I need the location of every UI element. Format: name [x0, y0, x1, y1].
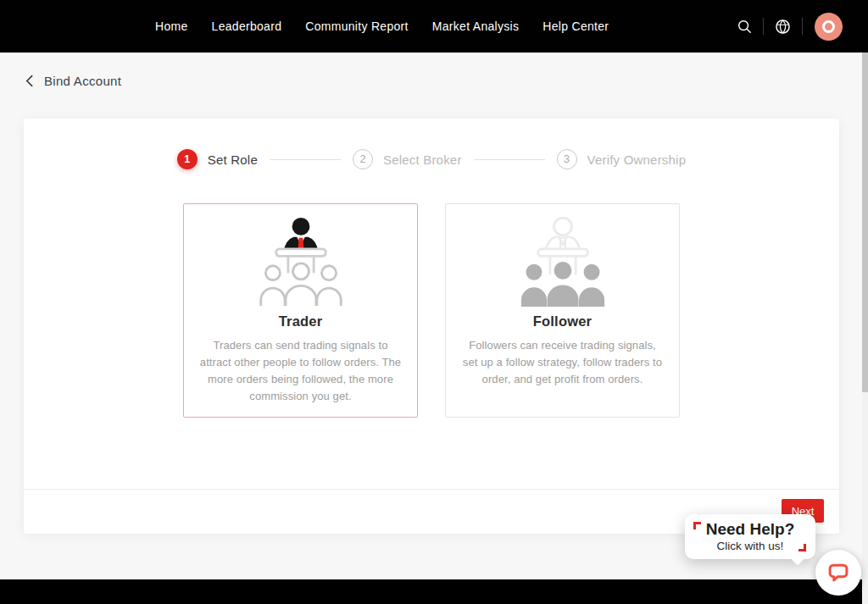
- help-tooltip-title: Need Help?: [706, 521, 795, 539]
- step-1-label: Set Role: [208, 152, 258, 167]
- step-select-broker: 2 Select Broker: [353, 149, 462, 169]
- avatar-ring-glyph: [822, 20, 835, 33]
- follower-role-icon: [446, 217, 679, 310]
- footer-bar: [0, 579, 868, 604]
- trader-role-icon: [184, 217, 417, 310]
- step-3-indicator: 3: [557, 149, 577, 169]
- nav-divider: [763, 18, 764, 35]
- globe-icon[interactable]: [775, 19, 791, 35]
- vertical-scrollbar[interactable]: [862, 53, 868, 604]
- bind-account-card: 1 Set Role 2 Select Broker 3 Verify Owne…: [24, 119, 839, 534]
- role-card-trader[interactable]: Trader Traders can send trading signals …: [183, 203, 418, 418]
- help-tooltip-subtitle: Click with us!: [717, 540, 784, 552]
- nav-item-market-analysis[interactable]: Market Analysis: [432, 19, 520, 33]
- stepper-connector: [270, 159, 341, 160]
- user-avatar[interactable]: [815, 13, 843, 41]
- stepper-connector: [474, 159, 545, 160]
- nav-divider: [802, 18, 803, 35]
- back-button[interactable]: Bind Account: [25, 74, 121, 88]
- role-description-trader: Traders can send trading signals to attr…: [184, 337, 417, 406]
- step-set-role: 1 Set Role: [177, 149, 258, 169]
- role-title-trader: Trader: [184, 313, 417, 330]
- chat-bubble-icon: [826, 561, 850, 585]
- tooltip-corner-mark: [693, 522, 701, 529]
- role-description-follower: Followers can receive trading signals, s…: [446, 337, 679, 388]
- live-chat-button[interactable]: [815, 550, 861, 596]
- nav-right-controls: [737, 0, 843, 53]
- search-icon[interactable]: [737, 19, 752, 34]
- scrollbar-thumb[interactable]: [862, 53, 868, 392]
- nav-item-community-report[interactable]: Community Report: [305, 19, 409, 33]
- role-title-follower: Follower: [446, 313, 679, 330]
- tooltip-corner-mark: [798, 544, 806, 551]
- step-2-indicator: 2: [353, 149, 373, 169]
- chevron-left-icon: [25, 74, 34, 88]
- role-card-follower[interactable]: Follower Followers can receive trading s…: [445, 203, 680, 418]
- stepper: 1 Set Role 2 Select Broker 3 Verify Owne…: [24, 149, 839, 169]
- nav-item-home[interactable]: Home: [155, 19, 188, 33]
- top-nav: Home Leaderboard Community Report Market…: [0, 0, 868, 53]
- step-1-indicator: 1: [177, 149, 198, 169]
- nav-menu: Home Leaderboard Community Report Market…: [155, 0, 609, 53]
- step-verify-ownership: 3 Verify Ownership: [557, 149, 687, 169]
- nav-item-leaderboard[interactable]: Leaderboard: [212, 19, 282, 33]
- page-title: Bind Account: [44, 74, 121, 88]
- role-options: Trader Traders can send trading signals …: [24, 203, 839, 418]
- nav-item-help-center[interactable]: Help Center: [542, 19, 609, 33]
- need-help-tooltip[interactable]: Need Help? Click with us!: [685, 514, 815, 559]
- step-2-label: Select Broker: [383, 152, 462, 167]
- step-3-label: Verify Ownership: [587, 152, 687, 167]
- card-footer-divider: [24, 489, 839, 490]
